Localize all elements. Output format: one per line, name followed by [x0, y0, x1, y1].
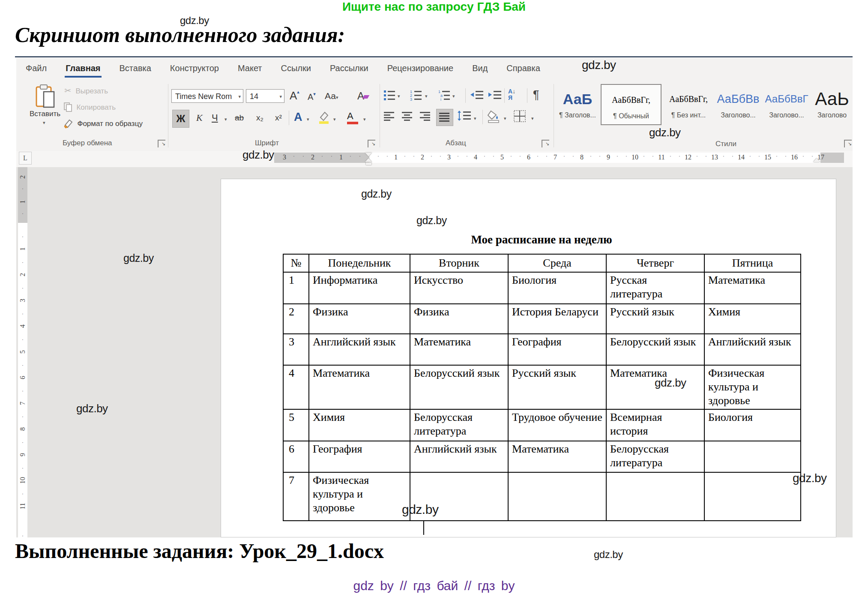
h-ruler-white[interactable] [369, 153, 820, 163]
decrease-indent-button[interactable] [470, 89, 484, 101]
italic-button[interactable]: К [196, 112, 203, 123]
table-cell[interactable]: География [508, 334, 606, 365]
table-cell[interactable]: Физика [410, 304, 508, 334]
justify-button[interactable] [436, 109, 453, 126]
styles-dialog-launcher[interactable]: ↘ [844, 140, 852, 147]
document-table-title[interactable]: Мое расписание на неделю [283, 233, 800, 246]
table-cell[interactable]: Трудовое обучение [508, 409, 606, 441]
table-cell[interactable]: Химия [309, 409, 410, 441]
clipboard-dialog-launcher[interactable]: ↘ [158, 140, 165, 147]
text-effects-button[interactable]: А [294, 111, 302, 124]
menu-tab-mailings[interactable]: Рассылки [329, 63, 369, 78]
style-heading1[interactable]: АаБ ¶ Заголов... [558, 84, 597, 125]
table-cell[interactable]: География [309, 441, 410, 472]
table-cell[interactable]: Математика [704, 272, 801, 304]
font-family-select[interactable]: Times New Rom ▾ [171, 89, 243, 103]
underline-button[interactable]: Ч [212, 112, 218, 123]
schedule-table[interactable]: №ПонедельникВторникСредаЧетвергПятница1И… [283, 254, 801, 521]
table-cell[interactable]: 2 [283, 304, 309, 334]
paste-button[interactable]: Вставить ▾ [27, 82, 65, 134]
paragraph-dialog-launcher[interactable]: ↘ [542, 140, 549, 147]
table-cell[interactable]: Белорусская литература [410, 409, 508, 441]
strikethrough-button[interactable]: ab [235, 113, 244, 123]
table-cell[interactable] [704, 472, 801, 521]
table-cell[interactable]: Физика [309, 304, 410, 334]
table-cell[interactable]: Белорусский язык [606, 334, 704, 365]
bullets-button[interactable] [383, 89, 396, 101]
table-header-cell[interactable]: Четверг [606, 254, 704, 272]
effects-chevron-icon[interactable]: ▾ [307, 117, 309, 122]
style-heading3[interactable]: АаБбВвГ Заголово... [764, 84, 809, 125]
bullets-chevron-icon[interactable]: ▾ [398, 93, 400, 99]
right-indent-marker[interactable] [813, 158, 820, 162]
align-right-button[interactable] [419, 111, 432, 123]
menu-tab-design[interactable]: Конструктор [169, 63, 220, 78]
menu-tab-review[interactable]: Рецензирование [386, 63, 454, 78]
table-cell[interactable]: Биология [704, 409, 801, 441]
table-cell[interactable]: Английский язык [704, 334, 801, 365]
table-cell[interactable]: Химия [704, 304, 801, 334]
table-cell[interactable]: Английский язык [410, 441, 508, 472]
table-cell[interactable] [606, 472, 704, 521]
menu-tab-file[interactable]: Файл [25, 63, 48, 78]
menu-tab-help[interactable]: Справка [506, 63, 541, 78]
table-cell[interactable]: Математика [410, 334, 508, 365]
table-header-cell[interactable]: Среда [508, 254, 606, 272]
align-center-button[interactable] [401, 111, 414, 123]
table-cell[interactable]: История Беларуси [508, 304, 606, 334]
table-cell[interactable]: Искусство [410, 272, 508, 304]
style-title[interactable]: АаЬ Заголово [812, 84, 852, 125]
sort-button[interactable]: А↓ Я [508, 88, 525, 101]
table-cell[interactable]: Информатика [309, 272, 410, 304]
highlight-chevron-icon[interactable]: ▾ [333, 117, 336, 122]
highlight-button[interactable] [318, 111, 330, 124]
copy-button[interactable]: Копировать [63, 102, 116, 112]
menu-tab-references[interactable]: Ссылки [280, 63, 312, 78]
superscript-button[interactable]: x² [275, 113, 282, 123]
table-cell[interactable]: Биология [508, 272, 606, 304]
table-cell[interactable] [508, 472, 606, 521]
grow-font-button[interactable]: А▴ [290, 89, 299, 102]
table-cell[interactable]: Русский язык [508, 365, 606, 409]
table-header-cell[interactable]: Пятница [704, 254, 801, 272]
numbering-chevron-icon[interactable]: ▾ [425, 93, 428, 99]
table-cell[interactable]: Всемирная история [606, 409, 704, 441]
underline-chevron-icon[interactable]: ▾ [224, 117, 227, 122]
table-cell[interactable]: Белорусский язык [410, 365, 508, 409]
table-cell[interactable] [704, 441, 801, 472]
table-cell[interactable]: 5 [283, 409, 309, 441]
pilcrow-button[interactable]: ¶ [533, 88, 539, 102]
table-cell[interactable]: Английский язык [309, 334, 410, 365]
line-spacing-button[interactable] [457, 110, 472, 123]
borders-button[interactable] [513, 110, 526, 123]
menu-tab-insert[interactable]: Вставка [119, 63, 152, 78]
font-dialog-launcher[interactable]: ↘ [368, 140, 375, 147]
table-cell[interactable]: Физическая культура и здоровье [704, 365, 801, 409]
shading-button[interactable] [487, 110, 501, 123]
table-cell[interactable]: 6 [283, 441, 309, 472]
font-size-select[interactable]: 14 ▾ [246, 89, 284, 103]
style-no-spacing[interactable]: АаБбВвГг, ¶ Без инт... [665, 84, 712, 125]
font-color-button[interactable]: А [347, 111, 358, 124]
table-cell[interactable]: Математика [508, 441, 606, 472]
table-header-cell[interactable]: Вторник [410, 254, 508, 272]
menu-tab-layout[interactable]: Макет [237, 63, 263, 78]
increase-indent-button[interactable] [488, 89, 502, 101]
multilevel-list-button[interactable]: 1 a i [438, 89, 451, 101]
table-cell[interactable]: Физическая культура и здоровье [309, 472, 410, 521]
font-color-chevron-icon[interactable]: ▾ [363, 117, 366, 122]
bold-button[interactable]: Ж [172, 110, 189, 128]
menu-tab-home[interactable]: Главная [65, 63, 101, 78]
table-cell[interactable]: 4 [283, 365, 309, 409]
first-line-indent-marker[interactable] [365, 153, 372, 156]
multilevel-chevron-icon[interactable]: ▾ [452, 93, 455, 99]
table-cell[interactable]: Русская литература [606, 272, 704, 304]
table-cell[interactable]: 7 [283, 472, 309, 521]
hanging-indent-marker[interactable] [365, 158, 372, 162]
tab-selector[interactable]: L [19, 152, 32, 165]
change-case-button[interactable]: Аа▾ [325, 91, 338, 101]
clear-formatting-button[interactable]: А [357, 90, 368, 102]
format-painter-button[interactable]: Формат по образцу [63, 118, 143, 129]
table-header-cell[interactable]: Понедельник [309, 254, 410, 272]
shrink-font-button[interactable]: А▾ [308, 91, 316, 102]
